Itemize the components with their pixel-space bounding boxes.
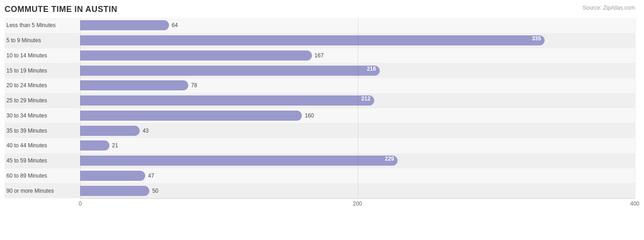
bar-value-label: 78 xyxy=(191,82,197,89)
bar-track: 43 xyxy=(80,123,635,138)
x-axis: 0200400 xyxy=(80,198,635,212)
bar-fill xyxy=(80,126,140,136)
bar-label: Less than 5 Minutes xyxy=(5,22,80,28)
bar-row: 60 to 89 Minutes47 xyxy=(5,168,635,184)
bar-fill xyxy=(80,20,169,30)
bar-value-label: 160 xyxy=(305,112,314,119)
bar-fill: 216 xyxy=(80,66,380,76)
x-axis-tick: 0 xyxy=(79,201,82,207)
bar-fill xyxy=(80,111,302,121)
bar-value-label: 335 xyxy=(532,35,541,42)
bar-value-label: 212 xyxy=(361,95,371,102)
bar-track: 78 xyxy=(80,78,635,93)
bar-track: 335 xyxy=(80,33,635,48)
bar-track: 47 xyxy=(80,168,635,184)
bar-track: 216 xyxy=(80,63,635,78)
x-axis-tick: 400 xyxy=(630,201,639,207)
bar-label: 15 to 19 Minutes xyxy=(5,67,80,74)
bar-row: 40 to 44 Minutes21 xyxy=(5,138,635,153)
bar-value-label: 47 xyxy=(148,173,154,179)
chart-area: Less than 5 Minutes645 to 9 Minutes33510… xyxy=(5,18,635,212)
bar-track: 167 xyxy=(80,48,635,63)
bar-fill xyxy=(80,186,149,196)
bar-fill xyxy=(80,50,312,61)
bar-row: 5 to 9 Minutes335 xyxy=(5,33,635,48)
bar-value-label: 216 xyxy=(367,66,376,72)
bar-row: 20 to 24 Minutes78 xyxy=(5,78,635,93)
bar-label: 5 to 9 Minutes xyxy=(5,37,80,44)
bar-value-label: 167 xyxy=(315,52,324,59)
bars-section: Less than 5 Minutes645 to 9 Minutes33510… xyxy=(5,18,635,198)
bar-label: 25 to 29 Minutes xyxy=(5,97,80,104)
grid-line xyxy=(635,18,635,198)
bar-track: 50 xyxy=(80,183,635,198)
bar-value-label: 43 xyxy=(142,128,148,134)
bar-fill xyxy=(80,80,188,90)
bar-row: 35 to 39 Minutes43 xyxy=(5,123,635,138)
bar-row: 30 to 34 Minutes160 xyxy=(5,108,635,123)
bar-fill xyxy=(80,140,109,151)
x-axis-tick: 200 xyxy=(353,201,362,207)
bar-track: 64 xyxy=(80,18,635,33)
chart-container: COMMUTE TIME IN AUSTIN Source: ZipAtlas.… xyxy=(0,0,644,240)
bar-track: 21 xyxy=(80,138,635,153)
bar-fill: 335 xyxy=(80,35,545,45)
source-text: Source: ZipAtlas.com xyxy=(583,5,635,11)
bar-track: 160 xyxy=(80,108,635,123)
bar-row: 45 to 59 Minutes229 xyxy=(5,153,635,168)
bar-value-label: 21 xyxy=(112,142,118,149)
bar-row: 10 to 14 Minutes167 xyxy=(5,48,635,63)
bar-row: 15 to 19 Minutes216 xyxy=(5,63,635,78)
chart-title: COMMUTE TIME IN AUSTIN xyxy=(5,5,635,14)
bar-row: 90 or more Minutes50 xyxy=(5,183,635,198)
bar-value-label: 229 xyxy=(385,156,394,162)
bar-row: 25 to 29 Minutes212 xyxy=(5,93,635,108)
bar-track: 229 xyxy=(80,153,635,168)
bar-value-label: 64 xyxy=(172,22,178,28)
bar-row: Less than 5 Minutes64 xyxy=(5,18,635,33)
bar-fill xyxy=(80,171,145,181)
bar-label: 30 to 34 Minutes xyxy=(5,112,80,119)
bar-label: 90 or more Minutes xyxy=(5,188,80,194)
bar-label: 40 to 44 Minutes xyxy=(5,142,80,149)
bar-label: 60 to 89 Minutes xyxy=(5,173,80,179)
bar-fill: 229 xyxy=(80,156,398,166)
bar-label: 10 to 14 Minutes xyxy=(5,52,80,59)
bar-value-label: 50 xyxy=(152,188,158,194)
bar-label: 20 to 24 Minutes xyxy=(5,82,80,89)
bar-label: 45 to 59 Minutes xyxy=(5,157,80,164)
bar-fill: 212 xyxy=(80,95,374,106)
bar-track: 212 xyxy=(80,93,635,108)
bar-label: 35 to 39 Minutes xyxy=(5,128,80,134)
